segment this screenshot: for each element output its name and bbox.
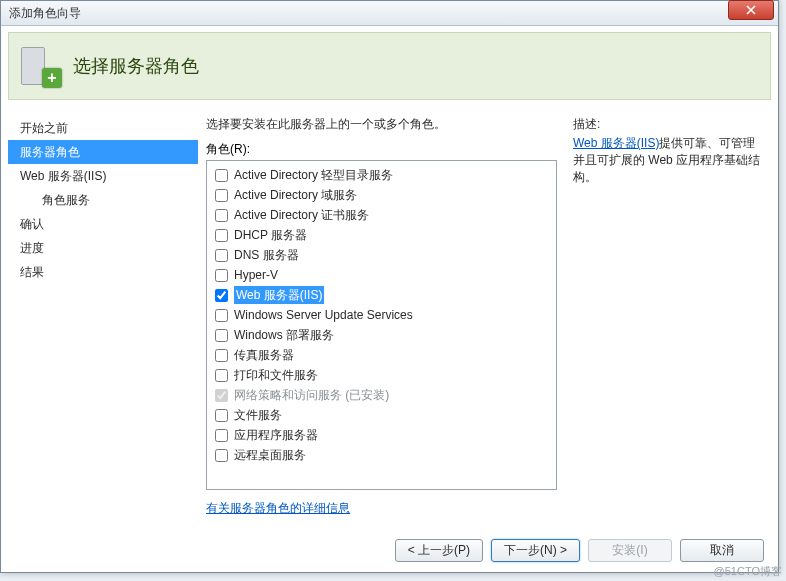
role-row-3[interactable]: DHCP 服务器 [209,225,554,245]
role-row-10[interactable]: 打印和文件服务 [209,365,554,385]
role-label-8: Windows 部署服务 [234,326,334,344]
description-body: Web 服务器(IIS)提供可靠、可管理并且可扩展的 Web 应用程序基础结构。 [573,135,763,186]
sidebar-item-4[interactable]: 确认 [8,212,198,236]
role-checkbox-13[interactable] [215,429,228,442]
role-checkbox-10[interactable] [215,369,228,382]
role-checkbox-3[interactable] [215,229,228,242]
role-checkbox-14[interactable] [215,449,228,462]
description-title: 描述: [573,116,763,133]
sidebar-item-3[interactable]: 角色服务 [8,188,198,212]
role-checkbox-11 [215,389,228,402]
more-info-link[interactable]: 有关服务器角色的详细信息 [206,500,557,517]
close-button[interactable] [728,0,774,20]
role-checkbox-6[interactable] [215,289,228,302]
sidebar-item-0[interactable]: 开始之前 [8,116,198,140]
role-label-4: DNS 服务器 [234,246,299,264]
role-row-8[interactable]: Windows 部署服务 [209,325,554,345]
role-label-10: 打印和文件服务 [234,366,318,384]
role-label-13: 应用程序服务器 [234,426,318,444]
role-label-6: Web 服务器(IIS) [234,286,324,304]
role-checkbox-12[interactable] [215,409,228,422]
role-label-14: 远程桌面服务 [234,446,306,464]
description-panel: 描述: Web 服务器(IIS)提供可靠、可管理并且可扩展的 Web 应用程序基… [573,116,763,529]
install-button: 安装(I) [588,539,672,562]
role-label-9: 传真服务器 [234,346,294,364]
next-button[interactable]: 下一步(N) > [491,539,580,562]
role-checkbox-4[interactable] [215,249,228,262]
role-label-0: Active Directory 轻型目录服务 [234,166,393,184]
role-row-4[interactable]: DNS 服务器 [209,245,554,265]
role-checkbox-9[interactable] [215,349,228,362]
role-label-7: Windows Server Update Services [234,306,413,324]
role-row-6[interactable]: Web 服务器(IIS) [209,285,554,305]
description-link[interactable]: Web 服务器(IIS) [573,136,659,150]
role-label-12: 文件服务 [234,406,282,424]
role-label-5: Hyper-V [234,266,278,284]
role-checkbox-1[interactable] [215,189,228,202]
role-row-1[interactable]: Active Directory 域服务 [209,185,554,205]
role-row-5[interactable]: Hyper-V [209,265,554,285]
role-checkbox-5[interactable] [215,269,228,282]
role-checkbox-0[interactable] [215,169,228,182]
role-checkbox-2[interactable] [215,209,228,222]
role-checkbox-7[interactable] [215,309,228,322]
header-band: + 选择服务器角色 [8,32,771,100]
role-row-2[interactable]: Active Directory 证书服务 [209,205,554,225]
cancel-button[interactable]: 取消 [680,539,764,562]
footer: < 上一步(P) 下一步(N) > 安装(I) 取消 [1,528,778,572]
role-row-9[interactable]: 传真服务器 [209,345,554,365]
center-col: 选择要安装在此服务器上的一个或多个角色。 角色(R): Active Direc… [206,116,557,529]
window-title: 添加角色向导 [9,5,774,22]
plus-icon: + [42,68,62,88]
wizard-window: 添加角色向导 + 选择服务器角色 开始之前服务器角色Web 服务器(IIS)角色… [0,0,779,573]
page-title: 选择服务器角色 [73,54,199,78]
role-label-3: DHCP 服务器 [234,226,307,244]
role-label-1: Active Directory 域服务 [234,186,357,204]
role-label-2: Active Directory 证书服务 [234,206,369,224]
close-icon [746,5,756,15]
roles-label: 角色(R): [206,141,557,158]
sidebar-item-6[interactable]: 结果 [8,260,198,284]
role-checkbox-8[interactable] [215,329,228,342]
sidebar: 开始之前服务器角色Web 服务器(IIS)角色服务确认进度结果 [8,108,198,529]
sidebar-item-2[interactable]: Web 服务器(IIS) [8,164,198,188]
role-row-13[interactable]: 应用程序服务器 [209,425,554,445]
watermark: @51CTO博客 [714,564,782,579]
role-row-0[interactable]: Active Directory 轻型目录服务 [209,165,554,185]
role-row-12[interactable]: 文件服务 [209,405,554,425]
sidebar-item-1[interactable]: 服务器角色 [8,140,198,164]
instruction-text: 选择要安装在此服务器上的一个或多个角色。 [206,116,557,133]
main-area: 选择要安装在此服务器上的一个或多个角色。 角色(R): Active Direc… [198,108,771,529]
roles-listbox[interactable]: Active Directory 轻型目录服务Active Directory … [206,160,557,490]
wizard-icon: + [19,45,61,87]
role-row-14[interactable]: 远程桌面服务 [209,445,554,465]
sidebar-item-5[interactable]: 进度 [8,236,198,260]
role-row-7[interactable]: Windows Server Update Services [209,305,554,325]
role-row-11: 网络策略和访问服务 (已安装) [209,385,554,405]
prev-button[interactable]: < 上一步(P) [395,539,483,562]
role-label-11: 网络策略和访问服务 (已安装) [234,386,389,404]
body: 开始之前服务器角色Web 服务器(IIS)角色服务确认进度结果 选择要安装在此服… [8,108,771,529]
titlebar[interactable]: 添加角色向导 [1,1,778,26]
